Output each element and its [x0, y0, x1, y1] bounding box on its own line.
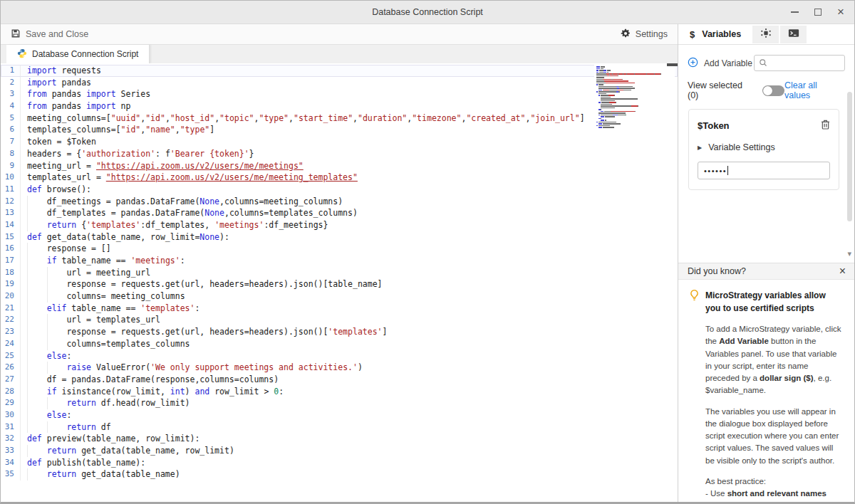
code-line[interactable]: 26 raise ValueError('We only support mee… — [1, 362, 678, 374]
save-and-close-label: Save and Close — [26, 29, 88, 39]
code-line[interactable]: 32def preview(table_name, row_limit): — [1, 433, 678, 445]
code-line[interactable]: 23 response = requests.get(url, headers=… — [1, 326, 678, 338]
code-line[interactable]: 11def browse(): — [1, 184, 678, 196]
code-line[interactable]: 17 if table_name == 'meetings': — [1, 255, 678, 267]
panel-header: $ Variables — [678, 24, 854, 45]
maximize-icon[interactable] — [814, 9, 822, 16]
tab-bar: Database Connection Script — [1, 45, 678, 63]
text-caret — [727, 166, 728, 175]
masked-value: •••••• — [704, 167, 727, 175]
search-icon — [759, 57, 767, 70]
variable-settings-expander[interactable]: ▶ Variable Settings — [698, 142, 830, 152]
code-editor[interactable]: 1import requests2import pandas3from pand… — [1, 63, 678, 502]
code-line[interactable]: 6templates_columns=["id","name","type"] — [1, 124, 678, 136]
best-practice-title: As best practice: — [705, 476, 843, 488]
save-and-close-button[interactable]: Save and Close — [11, 28, 88, 41]
code-line[interactable]: 4from pandas import np — [1, 100, 678, 112]
variable-settings-label: Variable Settings — [708, 142, 775, 152]
code-line[interactable]: 13 df_templates = pandas.DataFrame(None,… — [1, 207, 678, 219]
window-title: Database Connection Script — [1, 1, 854, 23]
did-you-know-close-icon[interactable]: × — [839, 266, 846, 277]
code-line[interactable]: 21 elif table_name == 'templates': — [1, 303, 678, 315]
editor-scrollbar-thumb[interactable] — [667, 63, 678, 66]
tip-paragraph-2: The variables you use will appear in the… — [705, 406, 843, 467]
view-selected-label: View selected (0) — [688, 80, 755, 100]
python-icon — [17, 48, 27, 61]
code-line[interactable]: 24 columns=templates_columns — [1, 338, 678, 350]
toolbar: Save and Close Settings — [1, 24, 678, 45]
editor-minimap[interactable] — [594, 65, 675, 129]
gear-icon — [621, 28, 631, 41]
variable-card-token: $Token ▶ Variable Settings •••••• — [688, 109, 839, 190]
code-line[interactable]: 16 response = [] — [1, 243, 678, 255]
did-you-know-panel: Did you know? × MicroStrategy variables … — [678, 263, 854, 502]
variable-search[interactable] — [754, 55, 845, 71]
editor-pane: Save and Close Settings Database Connect… — [1, 24, 678, 502]
code-line[interactable]: 28 if isinstance(row_limit, int) and row… — [1, 386, 678, 398]
settings-button[interactable]: Settings — [621, 28, 668, 41]
tab-variables[interactable]: $ Variables — [690, 29, 741, 40]
code-line[interactable]: 19 response = requests.get(url, headers=… — [1, 278, 678, 290]
add-variable-button[interactable]: Add Variable — [688, 57, 752, 70]
tip-paragraph-1: To add a MicroStrategy variable, click t… — [705, 323, 843, 397]
code-line[interactable]: 1import requests — [1, 65, 678, 77]
code-line[interactable]: 30 else: — [1, 409, 678, 421]
code-line[interactable]: 8headers = {'authorization': f'Bearer {t… — [1, 148, 678, 160]
code-line[interactable]: 3from pandas import Series — [1, 88, 678, 100]
plus-circle-icon — [688, 57, 698, 70]
tab-database-connection-script[interactable]: Database Connection Script — [6, 45, 150, 63]
variable-search-input[interactable] — [771, 58, 840, 68]
tab-console[interactable] — [780, 26, 807, 43]
code-line[interactable]: 9meeting_url = "https://api.zoom.us/v2/u… — [1, 160, 678, 172]
settings-label: Settings — [636, 29, 668, 39]
token-value-input[interactable]: •••••• — [698, 162, 830, 179]
code-line[interactable]: 5meeting_columns=["uuid","id","host_id",… — [1, 112, 678, 125]
terminal-icon — [788, 28, 799, 41]
view-selected-toggle[interactable] — [762, 85, 784, 96]
clear-all-values-link[interactable]: Clear all values — [784, 80, 845, 100]
lightbulb-icon — [690, 289, 699, 315]
collapse-arrow-icon: ▶ — [698, 145, 702, 151]
add-variable-label: Add Variable — [704, 58, 752, 68]
side-panel: $ Variables Add Variable — [678, 24, 854, 502]
code-line[interactable]: 2import pandas — [1, 77, 678, 89]
code-line[interactable]: 33 return get_data(table_name, row_limit… — [1, 445, 678, 457]
tip-title: MicroStrategy variables allow you to use… — [705, 289, 843, 315]
save-icon — [11, 28, 21, 41]
variables-panel: Add Variable View selected (0) Clear all… — [678, 45, 854, 263]
code-line[interactable]: 29 return df.head(row_limit) — [1, 397, 678, 409]
code-line[interactable]: 27 df = pandas.DataFrame(response,column… — [1, 374, 678, 386]
close-icon[interactable]: × — [837, 9, 844, 16]
did-you-know-title: Did you know? — [688, 266, 746, 276]
tab-label: Database Connection Script — [32, 49, 138, 59]
code-line[interactable]: 10templates_url = "https://api.zoom.us/v… — [1, 172, 678, 184]
app-window: Database Connection Script × Save and Cl… — [0, 0, 855, 504]
trash-icon[interactable] — [821, 119, 830, 132]
code-line[interactable]: 18 url = meeting_url — [1, 267, 678, 279]
code-line[interactable]: 15def get_data(table_name, row_limit=Non… — [1, 231, 678, 243]
code-line[interactable]: 34def publish(table_name): — [1, 457, 678, 469]
tab-packages[interactable] — [752, 26, 779, 43]
variable-name: $Token — [698, 120, 730, 131]
code-line[interactable]: 22 url = templates_url — [1, 314, 678, 326]
packages-icon — [760, 28, 772, 41]
code-line[interactable]: 12 df_meetings = pandas.DataFrame(None,c… — [1, 196, 678, 208]
code-line[interactable]: 31 return df — [1, 421, 678, 434]
best-practice-1: - Use short and relevant names — [705, 488, 843, 500]
code-line[interactable]: 20 columns= meeting_columns — [1, 290, 678, 303]
variables-scrollbar-thumb[interactable] — [847, 92, 852, 221]
code-line[interactable]: 14 return {'templates':df_templates, 'me… — [1, 219, 678, 231]
chevron-down-icon[interactable]: ▾ — [847, 249, 851, 258]
code-lines: 1import requests2import pandas3from pand… — [1, 65, 678, 481]
best-practice-2: - Use underscore (_) to separate words — [705, 500, 843, 502]
variables-tab-label: Variables — [702, 29, 741, 39]
code-line[interactable]: 7token = $Token — [1, 136, 678, 148]
titlebar: Database Connection Script × — [1, 1, 854, 24]
dollar-icon: $ — [690, 29, 695, 40]
code-line[interactable]: 35 return get_data(table_name) — [1, 468, 678, 481]
minimize-icon[interactable] — [791, 11, 799, 13]
code-line[interactable]: 25 else: — [1, 350, 678, 362]
